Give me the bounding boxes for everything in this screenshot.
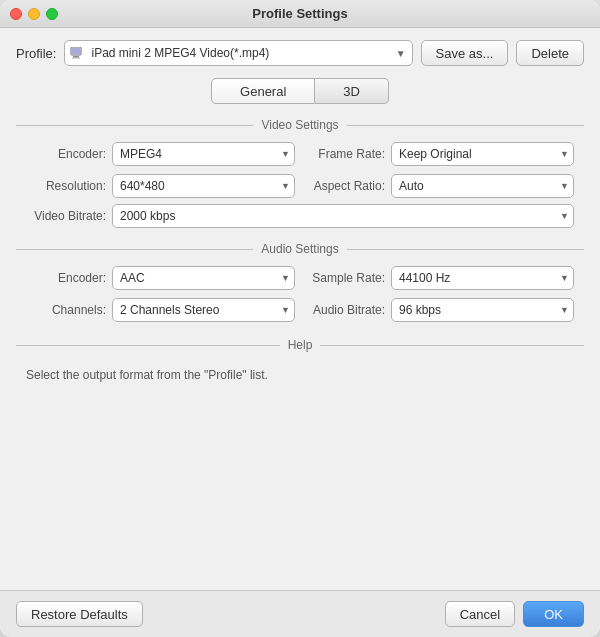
sample-rate-row: Sample Rate: 22050 Hz44100 Hz48000 Hz ▼ xyxy=(305,266,574,290)
resolution-select-wrapper: 640*4801280*7201920*1080 ▼ xyxy=(112,174,295,198)
resolution-label: Resolution: xyxy=(26,179,106,193)
window-title: Profile Settings xyxy=(252,6,347,21)
audio-bitrate-row: Audio Bitrate: 64 kbps96 kbps128 kbps192… xyxy=(305,298,574,322)
tab-general[interactable]: General xyxy=(211,78,315,104)
profile-row: Profile: iPad mini 2 MPEG4 Video(*.mp4) … xyxy=(16,40,584,66)
audio-encoder-select[interactable]: AACMP3AC3 xyxy=(112,266,295,290)
frame-rate-select[interactable]: Keep Original24253060 xyxy=(391,142,574,166)
tabs-row: General 3D xyxy=(16,78,584,104)
video-settings-grid: Encoder: MPEG4H.264H.265 ▼ Frame Rate: K… xyxy=(16,142,584,198)
restore-defaults-button[interactable]: Restore Defaults xyxy=(16,601,143,627)
tab-3d[interactable]: 3D xyxy=(315,78,389,104)
close-button[interactable] xyxy=(10,8,22,20)
frame-rate-row: Frame Rate: Keep Original24253060 ▼ xyxy=(305,142,574,166)
video-bitrate-select[interactable]: 1000 kbps1500 kbps2000 kbps3000 kbps xyxy=(112,204,574,228)
sample-rate-select[interactable]: 22050 Hz44100 Hz48000 Hz xyxy=(391,266,574,290)
encoder-select[interactable]: MPEG4H.264H.265 xyxy=(112,142,295,166)
delete-button[interactable]: Delete xyxy=(516,40,584,66)
resolution-select[interactable]: 640*4801280*7201920*1080 xyxy=(112,174,295,198)
profile-label: Profile: xyxy=(16,46,56,61)
audio-encoder-select-wrapper: AACMP3AC3 ▼ xyxy=(112,266,295,290)
svg-rect-2 xyxy=(73,56,79,58)
audio-section-title: Audio Settings xyxy=(261,242,338,256)
main-content: Profile: iPad mini 2 MPEG4 Video(*.mp4) … xyxy=(0,28,600,590)
encoder-row: Encoder: MPEG4H.264H.265 ▼ xyxy=(26,142,295,166)
titlebar: Profile Settings xyxy=(0,0,600,28)
maximize-button[interactable] xyxy=(46,8,58,20)
encoder-select-wrapper: MPEG4H.264H.265 ▼ xyxy=(112,142,295,166)
profile-select[interactable]: iPad mini 2 MPEG4 Video(*.mp4) xyxy=(64,40,412,66)
audio-settings-section: Audio Settings Encoder: AACMP3AC3 ▼ Samp… xyxy=(16,242,584,322)
help-section: Help Select the output format from the "… xyxy=(16,338,584,388)
channels-row: Channels: 1 Channel Mono2 Channels Stere… xyxy=(26,298,295,322)
video-settings-section: Video Settings Encoder: MPEG4H.264H.265 … xyxy=(16,118,584,228)
cancel-button[interactable]: Cancel xyxy=(445,601,515,627)
frame-rate-select-wrapper: Keep Original24253060 ▼ xyxy=(391,142,574,166)
audio-settings-divider: Audio Settings xyxy=(16,242,584,256)
video-bitrate-select-wrapper: 1000 kbps1500 kbps2000 kbps3000 kbps ▼ xyxy=(112,204,574,228)
audio-divider-line xyxy=(16,249,253,250)
titlebar-buttons xyxy=(10,8,58,20)
video-divider-line xyxy=(16,125,253,126)
sample-rate-select-wrapper: 22050 Hz44100 Hz48000 Hz ▼ xyxy=(391,266,574,290)
svg-rect-3 xyxy=(72,58,80,59)
audio-bitrate-select-wrapper: 64 kbps96 kbps128 kbps192 kbps ▼ xyxy=(391,298,574,322)
aspect-ratio-row: Aspect Ratio: Auto4:316:9 ▼ xyxy=(305,174,574,198)
footer: Restore Defaults Cancel OK xyxy=(0,590,600,637)
sample-rate-label: Sample Rate: xyxy=(305,271,385,285)
video-bitrate-row: Video Bitrate: 1000 kbps1500 kbps2000 kb… xyxy=(16,204,584,228)
profile-select-wrapper: iPad mini 2 MPEG4 Video(*.mp4) ▼ xyxy=(64,40,412,66)
footer-right: Cancel OK xyxy=(445,601,584,627)
video-settings-divider: Video Settings xyxy=(16,118,584,132)
aspect-ratio-label: Aspect Ratio: xyxy=(305,179,385,193)
help-text: Select the output format from the "Profi… xyxy=(16,362,584,388)
aspect-ratio-select[interactable]: Auto4:316:9 xyxy=(391,174,574,198)
minimize-button[interactable] xyxy=(28,8,40,20)
help-section-title: Help xyxy=(288,338,313,352)
svg-rect-1 xyxy=(72,48,81,55)
footer-left: Restore Defaults xyxy=(16,601,445,627)
audio-encoder-row: Encoder: AACMP3AC3 ▼ xyxy=(26,266,295,290)
channels-label: Channels: xyxy=(26,303,106,317)
save-as-button[interactable]: Save as... xyxy=(421,40,509,66)
ok-button[interactable]: OK xyxy=(523,601,584,627)
audio-bitrate-select[interactable]: 64 kbps96 kbps128 kbps192 kbps xyxy=(391,298,574,322)
channels-select-wrapper: 1 Channel Mono2 Channels Stereo ▼ xyxy=(112,298,295,322)
video-divider-line-right xyxy=(347,125,584,126)
aspect-ratio-select-wrapper: Auto4:316:9 ▼ xyxy=(391,174,574,198)
profile-settings-window: Profile Settings Profile: iPad mini 2 MP… xyxy=(0,0,600,637)
audio-encoder-label: Encoder: xyxy=(26,271,106,285)
frame-rate-label: Frame Rate: xyxy=(305,147,385,161)
audio-divider-line-right xyxy=(347,249,584,250)
video-section-title: Video Settings xyxy=(261,118,338,132)
help-divider-line-right xyxy=(320,345,584,346)
video-bitrate-label: Video Bitrate: xyxy=(26,209,106,223)
resolution-row: Resolution: 640*4801280*7201920*1080 ▼ xyxy=(26,174,295,198)
help-divider-line xyxy=(16,345,280,346)
audio-bitrate-label: Audio Bitrate: xyxy=(305,303,385,317)
audio-settings-grid: Encoder: AACMP3AC3 ▼ Sample Rate: 22050 … xyxy=(16,266,584,322)
channels-select[interactable]: 1 Channel Mono2 Channels Stereo xyxy=(112,298,295,322)
help-divider: Help xyxy=(16,338,584,352)
encoder-label: Encoder: xyxy=(26,147,106,161)
device-icon xyxy=(70,47,86,59)
